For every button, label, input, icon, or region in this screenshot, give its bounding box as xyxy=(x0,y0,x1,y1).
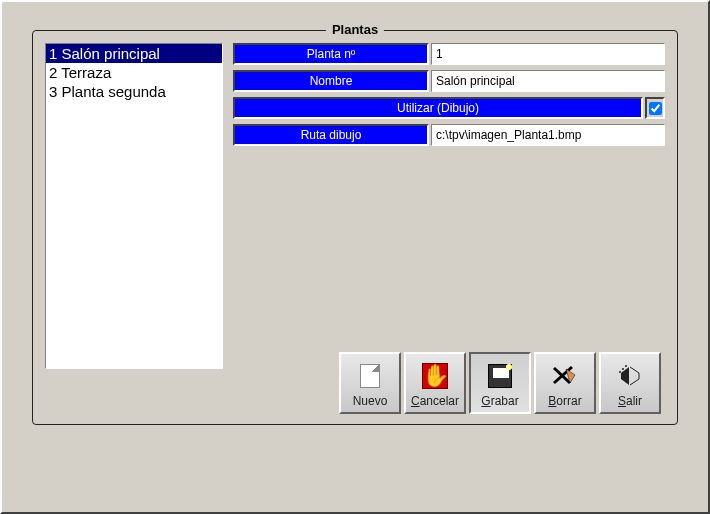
save-disk-icon xyxy=(484,360,516,392)
accel-c: C xyxy=(411,394,420,408)
cancelar-button[interactable]: ✋ Cancelar xyxy=(404,352,466,414)
row-nombre: Nombre xyxy=(233,70,665,92)
nuevo-label: Nuevo xyxy=(353,394,388,408)
new-file-icon xyxy=(354,360,386,392)
fieldset-legend: Plantas xyxy=(326,22,384,37)
svg-point-2 xyxy=(619,371,621,373)
borrar-label: Borrar xyxy=(548,394,581,408)
grabar-button[interactable]: Grabar xyxy=(469,352,531,414)
list-item[interactable]: 3 Planta segunda xyxy=(46,82,222,101)
list-item[interactable]: 2 Terraza xyxy=(46,63,222,82)
accel-g: G xyxy=(481,394,490,408)
exit-icon xyxy=(614,360,646,392)
salir-label: Salir xyxy=(618,394,642,408)
cancelar-label: Cancelar xyxy=(411,394,459,408)
row-planta-no: Planta nº xyxy=(233,43,665,65)
button-bar: Nuevo ✋ Cancelar Grabar xyxy=(339,352,661,414)
input-planta-no[interactable] xyxy=(431,43,665,65)
salir-button[interactable]: Salir xyxy=(599,352,661,414)
label-planta-no: Planta nº xyxy=(233,43,429,65)
delete-icon xyxy=(549,360,581,392)
checkbox-utilizar[interactable] xyxy=(649,102,662,115)
borrar-button[interactable]: Borrar xyxy=(534,352,596,414)
input-ruta[interactable] xyxy=(431,124,665,146)
row-utilizar: Utilizar (Dibujo) xyxy=(233,97,665,119)
label-nombre: Nombre xyxy=(233,70,429,92)
main-fieldset: Plantas 1 Salón principal2 Terraza3 Plan… xyxy=(32,30,678,425)
input-nombre[interactable] xyxy=(431,70,665,92)
label-utilizar: Utilizar (Dibujo) xyxy=(233,97,643,119)
plantas-listbox[interactable]: 1 Salón principal2 Terraza3 Planta segun… xyxy=(45,43,223,369)
stop-hand-icon: ✋ xyxy=(419,360,451,392)
accel-s: S xyxy=(618,394,626,408)
checkbox-cell-utilizar xyxy=(645,97,665,119)
svg-point-0 xyxy=(622,368,624,370)
nuevo-button[interactable]: Nuevo xyxy=(339,352,401,414)
label-ruta: Ruta dibujo xyxy=(233,124,429,146)
row-ruta: Ruta dibujo xyxy=(233,124,665,146)
svg-point-1 xyxy=(625,365,627,367)
app-window: Plantas 1 Salón principal2 Terraza3 Plan… xyxy=(0,0,710,514)
list-item[interactable]: 1 Salón principal xyxy=(46,44,222,63)
grabar-label: Grabar xyxy=(481,394,518,408)
